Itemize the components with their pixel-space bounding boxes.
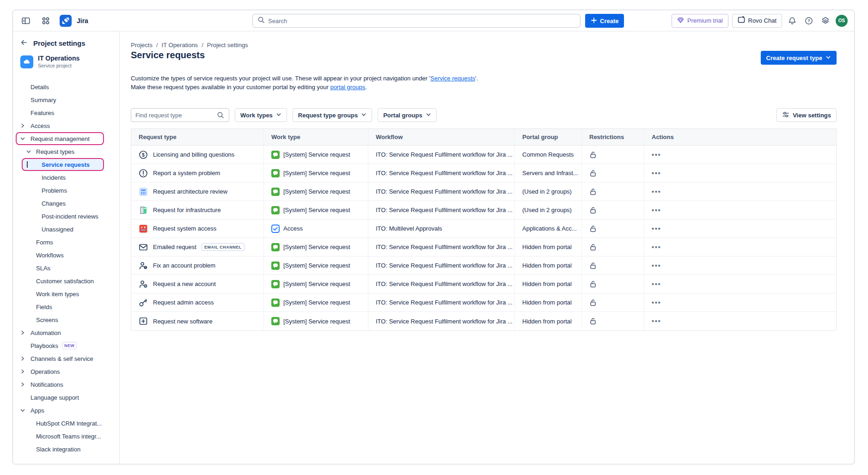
- find-request-type-field[interactable]: [131, 108, 229, 122]
- sidebar-item-service-requests[interactable]: Service requests: [13, 158, 119, 171]
- sidebar-item-apps[interactable]: Apps: [13, 404, 119, 417]
- sidebar-item-post-incident-reviews[interactable]: Post-incident reviews: [13, 210, 119, 223]
- jira-logo-icon[interactable]: [59, 14, 72, 27]
- sidebar-item-channels-self-service[interactable]: Channels & self service: [13, 352, 119, 365]
- meatball-menu-icon[interactable]: •••: [652, 280, 661, 288]
- sidebar-item-language-support[interactable]: Language support: [13, 391, 119, 404]
- meatball-menu-icon[interactable]: •••: [652, 299, 661, 306]
- meatball-menu-icon[interactable]: •••: [652, 262, 661, 269]
- meatball-menu-icon[interactable]: •••: [652, 207, 661, 214]
- sidebar-item-slack-integration[interactable]: Slack integration: [13, 443, 119, 456]
- meatball-menu-icon[interactable]: •••: [652, 188, 661, 195]
- view-settings-button[interactable]: View settings: [776, 108, 837, 122]
- request-type-cell[interactable]: Request for infrastructure: [131, 201, 264, 219]
- sidebar-item-workflows[interactable]: Workflows: [13, 249, 119, 262]
- breadcrumb-item[interactable]: IT Operations: [162, 42, 198, 49]
- sidebar-item-incidents[interactable]: Incidents: [13, 171, 119, 184]
- sidebar-item-customer-satisfaction[interactable]: Customer satisfaction: [13, 274, 119, 287]
- sidebar-item-label: Work item types: [36, 291, 79, 298]
- sidebar-item-features[interactable]: Features: [13, 106, 119, 119]
- sidebar-item-changes[interactable]: Changes: [13, 197, 119, 210]
- meatball-menu-icon[interactable]: •••: [652, 225, 661, 232]
- app-switcher-icon[interactable]: [39, 14, 52, 27]
- sidebar-item-playbooks[interactable]: PlaybooksNEW: [13, 339, 119, 352]
- sidebar-item-label: Microsoft Teams integr...: [36, 433, 101, 440]
- table-row[interactable]: Report a system problem[System] Service …: [131, 164, 836, 183]
- table-row[interactable]: Request admin access[System] Service req…: [131, 293, 836, 312]
- request-type-cell[interactable]: !Fix an account problem: [131, 256, 264, 274]
- sidebar-item-label: SLAs: [36, 265, 50, 272]
- request-type-cell[interactable]: Request architecture review: [131, 183, 264, 201]
- request-type-cell[interactable]: Request new software: [131, 312, 264, 330]
- sidebar-item-forms[interactable]: Forms: [13, 236, 119, 249]
- work-type: [System] Service request: [271, 206, 350, 214]
- request-type-cell[interactable]: Emailed requestEMAIL CHANNEL: [131, 238, 264, 256]
- table-row[interactable]: Request for infrastructure[System] Servi…: [131, 201, 836, 219]
- rovo-chat-button[interactable]: Rovo Chat: [732, 14, 782, 28]
- create-request-type-button[interactable]: Create request type: [761, 51, 837, 65]
- sidebar-item-hubspot-crm-integrat[interactable]: HubSpot CRM Integrat...: [13, 417, 119, 430]
- help-icon[interactable]: ?: [802, 14, 815, 27]
- meatball-menu-icon[interactable]: •••: [652, 317, 661, 325]
- sidebar-item-work-item-types[interactable]: Work item types: [13, 287, 119, 300]
- sidebar-item-slas[interactable]: SLAs: [13, 262, 119, 274]
- svg-text:$: $: [142, 152, 145, 158]
- global-search[interactable]: [252, 14, 581, 28]
- sidebar-item-unassigned[interactable]: Unassigned: [13, 223, 119, 236]
- project-header[interactable]: IT Operations Service project: [20, 55, 112, 68]
- create-button[interactable]: Create: [585, 14, 624, 28]
- request-type-cell[interactable]: Request a new account: [131, 275, 264, 293]
- breadcrumb-item[interactable]: Project settings: [207, 42, 248, 49]
- sidebar-item-summary[interactable]: Summary: [13, 93, 119, 106]
- sidebar-item-screens[interactable]: Screens: [13, 313, 119, 326]
- portal-group-cell: Common Requests: [515, 146, 582, 164]
- user-avatar[interactable]: OS: [836, 15, 848, 27]
- find-request-type-input[interactable]: [135, 112, 216, 119]
- settings-gear-icon[interactable]: [819, 14, 832, 27]
- meatball-menu-icon[interactable]: •••: [652, 170, 661, 177]
- sidebar-collapse-icon[interactable]: [19, 14, 32, 27]
- sidebar-item-automation[interactable]: Automation: [13, 326, 119, 339]
- search-input[interactable]: [268, 18, 575, 24]
- request-type-cell[interactable]: Request system access: [131, 219, 264, 238]
- sidebar-item-microsoft-teams-integr[interactable]: Microsoft Teams integr...: [13, 430, 119, 443]
- request-type-label: Fix an account problem: [153, 262, 215, 269]
- request-type-cell[interactable]: Request admin access: [131, 293, 264, 311]
- sidebar-item-operations[interactable]: Operations: [13, 365, 119, 378]
- sidebar-item-details[interactable]: Details: [13, 80, 119, 93]
- breadcrumb-item[interactable]: Projects: [131, 42, 153, 49]
- description-link[interactable]: Service requests: [430, 75, 475, 82]
- filter-dropdown-request-type-groups[interactable]: Request type groups: [293, 108, 372, 122]
- request-type-label: Request architecture review: [153, 188, 227, 195]
- sidebar-item-problems[interactable]: Problems: [13, 184, 119, 197]
- sidebar-item-fields[interactable]: Fields: [13, 300, 119, 313]
- sidebar-item-notifications[interactable]: Notifications: [13, 378, 119, 391]
- sliders-icon: [782, 111, 789, 120]
- table-row[interactable]: Request a new account[System] Service re…: [131, 275, 836, 293]
- table-row[interactable]: Request architecture review[System] Serv…: [131, 183, 836, 201]
- meatball-menu-icon[interactable]: •••: [652, 244, 661, 251]
- table-row[interactable]: Request system accessAccessITO: Multilev…: [131, 219, 836, 238]
- back-to-project-button[interactable]: Project settings: [20, 39, 112, 48]
- filter-dropdown-portal-groups[interactable]: Portal groups: [378, 108, 437, 122]
- sidebar-item-access[interactable]: Access: [13, 119, 119, 132]
- table-row[interactable]: !Fix an account problem[System] Service …: [131, 256, 836, 275]
- request-type-cell[interactable]: Report a system problem: [131, 164, 264, 182]
- sidebar-item-request-management[interactable]: Request management: [13, 132, 119, 145]
- notifications-bell-icon[interactable]: [786, 14, 799, 27]
- filter-dropdown-work-types[interactable]: Work types: [235, 108, 287, 122]
- table-row[interactable]: $Licensing and billing questions[System]…: [131, 146, 836, 164]
- meatball-menu-icon[interactable]: •••: [652, 151, 661, 158]
- sidebar-item-label: Customer satisfaction: [36, 278, 94, 285]
- table-row[interactable]: Emailed requestEMAIL CHANNEL[System] Ser…: [131, 238, 836, 256]
- description-link[interactable]: portal groups: [330, 84, 365, 91]
- premium-trial-button[interactable]: Premium trial: [672, 14, 728, 28]
- work-type-label: [System] Service request: [283, 188, 350, 195]
- architecture-icon: [139, 187, 148, 196]
- sidebar-item-label: Notifications: [31, 381, 63, 388]
- sidebar-item-request-types[interactable]: Request types: [13, 145, 119, 158]
- request-type-cell[interactable]: $Licensing and billing questions: [131, 146, 264, 164]
- chevron-right-icon: [20, 369, 25, 374]
- table-row[interactable]: Request new software[System] Service req…: [131, 312, 836, 330]
- top-navigation-bar: Jira Create Premium trial Rovo Chat ? OS: [13, 10, 854, 31]
